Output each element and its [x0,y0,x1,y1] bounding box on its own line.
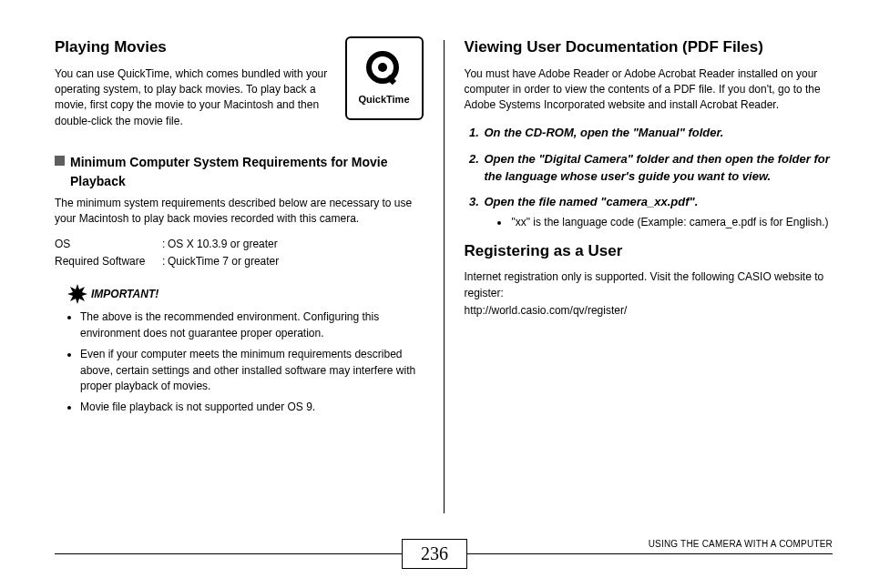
viewing-docs-intro: You must have Adobe Reader or Adobe Acro… [465,66,833,114]
subheading-min-requirements-text: Minimum Computer System Requirements for… [70,153,424,190]
svg-marker-3 [67,284,87,304]
step-item: Open the file named "camera_xx.pdf". "xx… [483,194,833,230]
quicktime-logo-box: QuickTime [345,36,424,120]
quicktime-label: QuickTime [358,93,409,107]
list-item: The above is the recommended environment… [80,309,424,341]
important-callout: IMPORTANT! [67,284,424,304]
step-note: "xx" is the language code (Example: came… [510,215,833,230]
requirement-row: Required Software : QuickTime 7 or great… [55,254,424,269]
requirement-row: OS : OS X 10.3.9 or greater [55,237,424,252]
steps-list: On the CD-ROM, open the "Manual" folder.… [465,125,833,231]
registering-url: http://world.casio.com/qv/register/ [465,303,833,319]
list-item: Movie file playback is not supported und… [80,400,424,415]
square-bullet-icon [55,156,65,166]
important-label: IMPORTANT! [91,287,158,302]
req-software-key: Required Software [55,254,162,269]
heading-registering: Registering as a User [465,240,833,263]
svg-point-2 [378,63,387,72]
step-item: On the CD-ROM, open the "Manual" folder. [483,125,833,142]
page-content: QuickTime Playing Movies You can use Qui… [0,0,869,510]
step-text: On the CD-ROM, open the "Manual" folder. [485,126,724,139]
footer-line-right [465,553,833,554]
step-text: Open the "Digital Camera" folder and the… [485,152,830,183]
req-software-value: QuickTime 7 or greater [168,254,279,269]
requirements-table: OS : OS X 10.3.9 or greater Required Sof… [55,237,424,270]
req-os-key: OS [55,237,162,252]
step-text: Open the file named "camera_xx.pdf". [485,195,699,208]
step-note-list: "xx" is the language code (Example: came… [510,215,833,230]
left-column: QuickTime Playing Movies You can use Qui… [55,36,444,510]
step-item: Open the "Digital Camera" folder and the… [483,151,833,186]
subheading-min-requirements: Minimum Computer System Requirements for… [55,153,424,190]
starburst-icon [67,284,87,304]
right-column: Viewing User Documentation (PDF Files) Y… [445,36,833,510]
footer-section-label: USING THE CAMERA WITH A COMPUTER [649,539,833,549]
page-footer: USING THE CAMERA WITH A COMPUTER 236 [0,539,869,572]
registering-body: Internet registration only is supported.… [465,269,833,301]
min-requirements-body: The minimum system requirements describe… [55,196,424,228]
req-os-value: OS X 10.3.9 or greater [168,237,278,252]
quicktime-icon [364,49,404,89]
important-list: The above is the recommended environment… [80,309,424,415]
footer-line-left [55,553,403,554]
heading-viewing-docs: Viewing User Documentation (PDF Files) [465,36,833,59]
page-number: 236 [402,539,467,569]
list-item: Even if your computer meets the minimum … [80,347,424,394]
